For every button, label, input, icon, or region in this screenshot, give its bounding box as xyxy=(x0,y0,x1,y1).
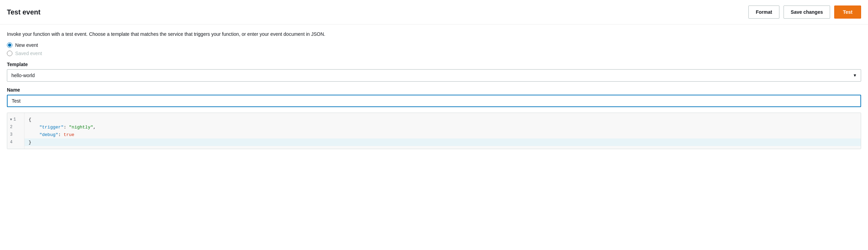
save-changes-button[interactable]: Save changes xyxy=(784,6,830,19)
page-title: Test event xyxy=(7,8,40,16)
line-num-text-4: 4 xyxy=(10,140,12,145)
page-container: Test event Format Save changes Test Invo… xyxy=(0,0,868,250)
comma-1: , xyxy=(93,125,96,130)
saved-event-radio-item[interactable]: Saved event xyxy=(7,51,861,56)
template-select-wrapper: hello-world apigateway-aws-proxy cloudwa… xyxy=(7,69,861,82)
new-event-radio-item[interactable]: New event xyxy=(7,42,861,48)
line-number-3: 3 xyxy=(7,131,24,138)
name-label: Name xyxy=(7,87,861,93)
colon-2: : xyxy=(58,132,64,137)
content-area: Invoke your function with a test event. … xyxy=(0,24,868,149)
json-val-nightly: "nightly" xyxy=(69,125,93,130)
collapse-arrow-icon[interactable]: ▼ xyxy=(10,118,12,122)
saved-event-radio[interactable] xyxy=(7,51,12,56)
line-num-text-1: 1 xyxy=(13,117,16,122)
header: Test event Format Save changes Test xyxy=(0,0,868,24)
template-label: Template xyxy=(7,62,861,67)
description-text: Invoke your function with a test event. … xyxy=(7,31,861,37)
code-lines[interactable]: { "trigger": "nightly", "debug": true } xyxy=(24,113,861,149)
json-open-brace: { xyxy=(29,117,31,122)
header-actions: Format Save changes Test xyxy=(748,6,861,19)
json-close-brace: } xyxy=(29,140,31,145)
line-num-text-3: 3 xyxy=(10,132,12,137)
indent-3 xyxy=(29,132,39,137)
json-val-true: true xyxy=(63,132,74,137)
indent-2 xyxy=(29,125,39,130)
test-button[interactable]: Test xyxy=(834,6,861,19)
event-type-radio-group: New event Saved event xyxy=(7,42,861,56)
code-line-1: { xyxy=(29,116,857,123)
line-number-4: 4 xyxy=(7,138,24,146)
code-content: ▼ 1 2 3 4 { xyxy=(7,113,861,149)
saved-event-label: Saved event xyxy=(15,51,42,56)
code-editor: ▼ 1 2 3 4 { xyxy=(7,113,861,149)
code-line-3: "debug": true xyxy=(29,131,857,138)
line-num-text-2: 2 xyxy=(10,125,12,129)
format-button[interactable]: Format xyxy=(748,6,779,19)
name-input[interactable] xyxy=(7,95,861,107)
template-select[interactable]: hello-world apigateway-aws-proxy cloudwa… xyxy=(7,69,861,82)
line-number-1: ▼ 1 xyxy=(7,116,24,123)
json-key-trigger: "trigger" xyxy=(39,125,63,130)
colon-1: : xyxy=(63,125,69,130)
json-key-debug: "debug" xyxy=(39,132,58,137)
code-line-2: "trigger": "nightly", xyxy=(29,123,857,131)
code-line-4: } xyxy=(24,138,861,146)
line-number-2: 2 xyxy=(7,123,24,131)
new-event-label: New event xyxy=(15,42,38,48)
line-numbers: ▼ 1 2 3 4 xyxy=(7,113,24,149)
new-event-radio[interactable] xyxy=(7,42,12,48)
